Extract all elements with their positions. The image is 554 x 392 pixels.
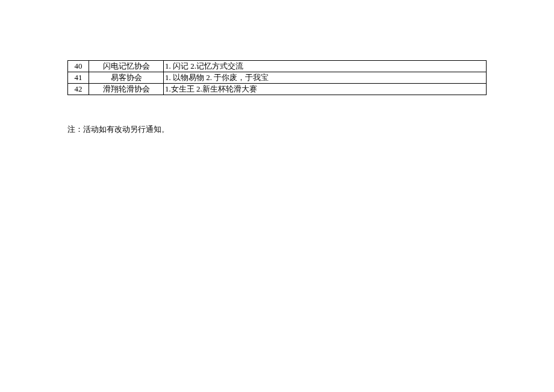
associations-table-container: 40 闪电记忆协会 1. 闪记 2.记忆方式交流 41 易客协会 1. 以物易物… [67, 60, 487, 95]
table-row: 41 易客协会 1. 以物易物 2. 于你废，于我宝 [68, 72, 487, 84]
table-row: 42 滑翔轮滑协会 1.女生王 2.新生杯轮滑大赛 [68, 84, 487, 95]
row-number: 42 [68, 84, 89, 95]
row-number: 41 [68, 72, 89, 84]
association-name: 闪电记忆协会 [89, 61, 164, 72]
associations-table: 40 闪电记忆协会 1. 闪记 2.记忆方式交流 41 易客协会 1. 以物易物… [67, 60, 487, 95]
row-number: 40 [68, 61, 89, 72]
association-name: 易客协会 [89, 72, 164, 84]
table-row: 40 闪电记忆协会 1. 闪记 2.记忆方式交流 [68, 61, 487, 72]
footnote: 注：活动如有改动另行通知。 [67, 124, 487, 135]
association-activities: 1. 以物易物 2. 于你废，于我宝 [164, 72, 487, 84]
association-activities: 1. 闪记 2.记忆方式交流 [164, 61, 487, 72]
association-name: 滑翔轮滑协会 [89, 84, 164, 95]
association-activities: 1.女生王 2.新生杯轮滑大赛 [164, 84, 487, 95]
